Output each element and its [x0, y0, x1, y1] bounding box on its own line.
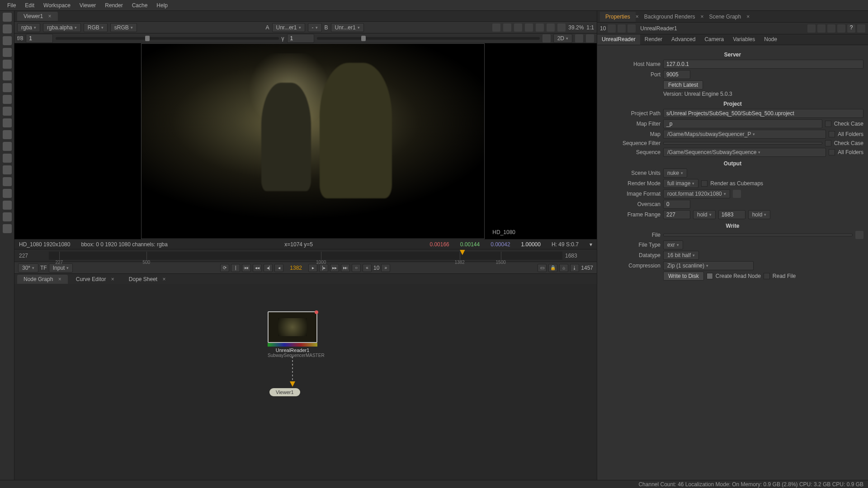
frame-end-input[interactable]: 1683 — [718, 210, 745, 219]
cubemaps-checkbox[interactable] — [701, 180, 708, 187]
menu-workspace[interactable]: Workspace — [39, 2, 75, 9]
close-icon[interactable]: × — [746, 14, 750, 20]
read-file-checkbox[interactable] — [764, 273, 770, 279]
step-fwd-icon[interactable]: |▸ — [319, 264, 328, 272]
timeline-track[interactable]: 227500100013821500 — [49, 252, 562, 260]
scene-units-dropdown[interactable]: nuke — [663, 169, 687, 178]
pause-render-icon[interactable] — [557, 23, 566, 32]
menu-help[interactable]: Help — [152, 2, 172, 9]
proxy-icon[interactable] — [503, 23, 511, 32]
datatype-dropdown[interactable]: 16 bit half — [663, 251, 699, 260]
gamma-value[interactable]: 1 — [287, 34, 314, 43]
tool-wrench-icon[interactable] — [3, 165, 12, 174]
tool-target-icon[interactable] — [3, 130, 12, 139]
loop-icon[interactable]: ⟳ — [220, 264, 229, 272]
slider-handle[interactable] — [145, 36, 150, 41]
file-type-dropdown[interactable]: exr — [663, 240, 683, 249]
tool-pen-icon[interactable] — [3, 24, 12, 33]
clip-icon[interactable] — [525, 23, 533, 32]
tool-grid-icon[interactable] — [3, 212, 12, 221]
go-start-icon[interactable]: ⏮ — [242, 264, 251, 272]
close-icon[interactable] — [857, 24, 865, 33]
timeline[interactable]: 227 227500100013821500 1683 — [14, 249, 597, 262]
frame-end-mode[interactable]: hold — [748, 210, 771, 219]
download-icon[interactable]: ⭳ — [570, 264, 579, 272]
node-unrealreader[interactable]: UnrealReader1 SubwaySequencerMASTER — [268, 311, 317, 358]
menu-edit[interactable]: Edit — [20, 2, 39, 9]
close-icon[interactable]: × — [58, 276, 61, 282]
file-input[interactable] — [663, 234, 853, 236]
input-b-dropdown[interactable]: Unr...er1 — [331, 23, 364, 32]
next-key-icon[interactable]: ▸▸ — [330, 264, 339, 272]
create-read-checkbox[interactable] — [707, 273, 713, 279]
menu-viewer[interactable]: Viewer — [75, 2, 100, 9]
node-viewer[interactable]: Viewer1 — [269, 388, 300, 396]
alpha-dropdown[interactable]: rgba.alpha — [43, 23, 81, 32]
close-icon[interactable]: × — [700, 14, 703, 20]
edit-icon[interactable] — [586, 34, 594, 42]
fetch-latest-button[interactable]: Fetch Latest — [663, 80, 703, 89]
tab-bg-renders[interactable]: Background Renders — [639, 12, 701, 22]
render-mode-dropdown[interactable]: full image — [663, 179, 698, 188]
chevron-down-icon[interactable]: ▾ — [590, 241, 592, 248]
pt-unrealreader[interactable]: UnrealReader — [597, 34, 640, 45]
menu-cache[interactable]: Cache — [127, 2, 152, 9]
slider-handle[interactable] — [361, 36, 366, 41]
pin-icon[interactable] — [627, 24, 636, 33]
tool-refresh-icon[interactable] — [3, 142, 12, 151]
tool-bezier-icon[interactable] — [3, 71, 12, 80]
revert-icon[interactable] — [837, 24, 845, 33]
pt-node[interactable]: Node — [760, 34, 782, 45]
folder-icon[interactable] — [855, 231, 863, 239]
all-folders-checkbox[interactable] — [829, 149, 835, 155]
eye-icon[interactable] — [618, 24, 626, 33]
host-input[interactable]: 127.0.0.1 — [663, 60, 863, 69]
input-a-wipe[interactable]: - — [308, 23, 322, 32]
skip-fwd-icon[interactable]: » — [381, 264, 390, 272]
monitor-icon[interactable]: ▭ — [538, 264, 547, 272]
redo-icon[interactable] — [827, 24, 835, 33]
all-folders-checkbox[interactable] — [829, 131, 835, 137]
compression-dropdown[interactable]: Zip (1 scanline) — [663, 261, 754, 270]
help-icon[interactable]: ? — [847, 24, 855, 33]
lock-icon[interactable]: 🔒 — [548, 264, 557, 272]
go-end-icon[interactable]: ⏭ — [341, 264, 350, 272]
overlay-icon[interactable] — [536, 23, 544, 32]
fstop-slider[interactable] — [56, 37, 278, 40]
close-icon[interactable]: × — [48, 13, 51, 19]
tool-circle-icon[interactable] — [3, 36, 12, 45]
colorspace-dropdown[interactable]: RGB — [84, 23, 108, 32]
frame-start-mode[interactable]: hold — [693, 210, 716, 219]
overscan-input[interactable]: 0 — [663, 200, 690, 209]
tool-3d-icon[interactable] — [3, 107, 12, 116]
tab-scene-graph[interactable]: Scene Graph — [703, 12, 746, 22]
skip-amount[interactable]: 10 — [373, 265, 379, 271]
input-dropdown[interactable]: Input — [49, 263, 73, 272]
map-filter-input[interactable]: _p — [663, 119, 822, 128]
tool-tag-icon[interactable] — [3, 154, 12, 163]
format-menu-icon[interactable] — [733, 190, 741, 198]
tab-curve-editor[interactable]: Curve Editor × — [70, 275, 121, 284]
playhead-icon[interactable] — [460, 250, 465, 255]
step-back-icon[interactable]: ◂| — [264, 264, 273, 272]
skip-back-icon[interactable]: « — [363, 264, 372, 272]
close-icon[interactable]: × — [111, 276, 114, 282]
fstop-value[interactable]: 1 — [26, 34, 53, 43]
sequence-filter-input[interactable] — [663, 142, 822, 145]
tab-dope-sheet[interactable]: Dope Sheet × — [123, 275, 172, 284]
lut-dropdown[interactable]: sRGB — [110, 23, 137, 32]
viewmode-dropdown[interactable]: 2D — [553, 34, 572, 43]
roi-icon[interactable] — [492, 23, 500, 32]
tool-star-icon[interactable] — [3, 118, 12, 127]
close-icon[interactable]: × — [636, 14, 639, 20]
close-icon[interactable]: × — [163, 276, 166, 282]
tool-snow-icon[interactable] — [3, 201, 12, 210]
find-icon[interactable] — [807, 24, 816, 33]
tool-rect-icon[interactable] — [3, 48, 12, 57]
tool-select-icon[interactable] — [3, 13, 12, 22]
map-dropdown[interactable]: /Game/Maps/subwaySequencer_P — [663, 130, 826, 139]
tab-viewer1[interactable]: Viewer1 × — [17, 12, 58, 21]
check-case-checkbox[interactable] — [825, 121, 831, 127]
pause-icon[interactable] — [514, 23, 522, 32]
frame-start-input[interactable]: 227 — [663, 210, 690, 219]
